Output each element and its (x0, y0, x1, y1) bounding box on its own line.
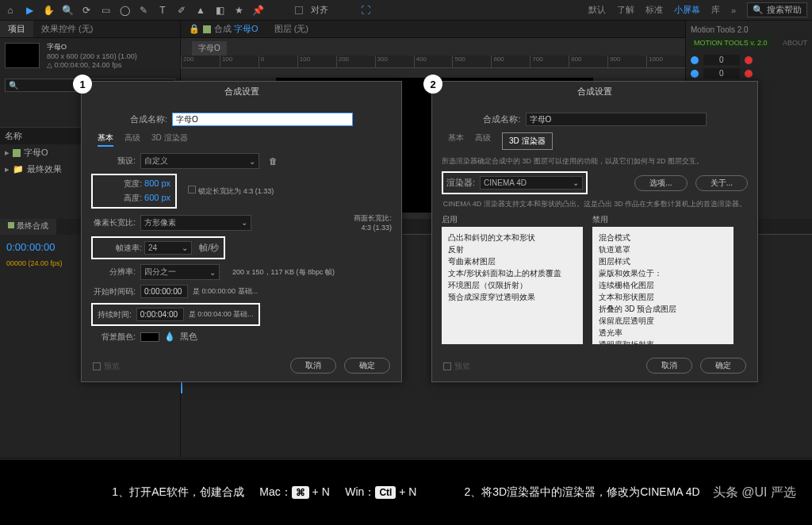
step-badge-1: 1 (73, 75, 92, 94)
tab-advanced[interactable]: 高级 (124, 132, 140, 147)
snap-checkbox[interactable] (295, 6, 303, 14)
eyedropper-icon[interactable]: 💧 (164, 331, 175, 342)
watermark: 头条 @UI 严选 (713, 485, 796, 501)
ctrl-key: Ctl (375, 486, 396, 499)
resolution-select[interactable]: 四分之一⌄ (140, 264, 220, 280)
preset-select[interactable]: 自定义⌄ (140, 153, 259, 169)
pixel-aspect-select[interactable]: 方形像素⌄ (140, 215, 251, 231)
ok-button-2[interactable]: 确定 (700, 358, 746, 374)
options-button[interactable]: 选项... (634, 175, 687, 191)
roto-tool-icon[interactable]: ★ (233, 5, 244, 16)
caption-bar: 1、打开AE软件，创建合成 Mac：⌘ + N Win：Ctl + N 2、将3… (0, 460, 812, 525)
workspace-learn[interactable]: 了解 (617, 4, 634, 16)
workspace-default[interactable]: 默认 (588, 4, 606, 16)
orbit-tool-icon[interactable]: ⟳ (81, 5, 92, 16)
preview-checkbox-1[interactable] (93, 362, 101, 370)
about-link[interactable]: ABOUT (783, 39, 807, 47)
pen-tool-icon[interactable]: ✎ (138, 5, 149, 16)
text-tool-icon[interactable]: T (157, 5, 168, 16)
bg-color-chip[interactable] (140, 332, 159, 342)
renderer-desc: 所选渲染器确定合成中的 3D 图层可以使用的功能，以及它们如何与 2D 图层交互… (442, 156, 748, 167)
tab-3d-renderer-2[interactable]: 3D 渲染器 (502, 132, 553, 150)
puppet-tool-icon[interactable]: 📌 (252, 5, 263, 16)
duration-highlight: 持续时间: 是 0:00:04:00 基础... (91, 303, 260, 326)
step-badge-2: 2 (423, 75, 442, 94)
framerate-highlight: 帧速率: 24⌄ 帧/秒 (91, 236, 225, 259)
dot-blue-icon[interactable] (691, 56, 699, 64)
c4d-desc: CINEMA 4D 渲染器支持文本和形状的凸出。这是凸出 3D 作品在大多数计算… (442, 199, 748, 209)
width-value[interactable]: 800 px (144, 178, 170, 188)
lock-aspect-checkbox[interactable] (188, 186, 196, 194)
snap-label: 对齐 (311, 4, 328, 16)
selection-tool-icon[interactable]: ▶ (24, 5, 35, 16)
comp-name-input-2[interactable] (526, 113, 707, 126)
tab-comp-viewer[interactable]: 合成 字母O (214, 23, 259, 35)
ellipse-tool-icon[interactable]: ◯ (119, 5, 130, 16)
cancel-button-2[interactable]: 取消 (646, 358, 692, 374)
lock-icon: 🔒 (189, 24, 200, 34)
workspace-more-icon[interactable]: » (731, 6, 736, 15)
renderer-select[interactable]: CINEMA 4D⌄ (480, 176, 583, 190)
horizontal-ruler: 20010001002003004005006007008009001000 (181, 56, 685, 68)
motion-tools-title: Motion Tools 2.0 (691, 25, 807, 34)
top-toolbar: ⌂ ▶ ✋ 🔍 ⟳ ▭ ◯ ✎ T ✐ ▲ ◧ ★ 📌 对齐 ⛶ 默认 了解 标… (0, 0, 812, 21)
hand-tool-icon[interactable]: ✋ (43, 5, 54, 16)
framerate-select[interactable]: 24⌄ (144, 241, 192, 255)
height-value[interactable]: 600 px (144, 193, 170, 202)
rect-tool-icon[interactable]: ▭ (100, 5, 111, 16)
tab-basic[interactable]: 基本 (98, 132, 113, 147)
comp-info: 字母O 800 x 600 (200 x 150) (1.00) △ 0:00:… (47, 43, 137, 71)
duration-input[interactable] (136, 308, 184, 321)
enabled-list: 凸出和斜切的文本和形状 反射 弯曲素材图层 文本/形状斜面和边上的材质覆盖 环境… (442, 227, 583, 344)
dot-red-icon[interactable] (745, 56, 753, 64)
comp-settings-dialog-2: 合成设置 合成名称: 基本 高级 3D 渲染器 所选渲染器确定合成中的 3D 图… (431, 81, 758, 382)
brush-tool-icon[interactable]: ✐ (176, 5, 187, 16)
workspace-library[interactable]: 库 (711, 4, 720, 16)
comp-name-input[interactable] (172, 113, 353, 126)
search-icon: 🔍 (753, 5, 764, 15)
dialog1-title: 合成设置 (82, 82, 401, 102)
tab-effect-controls[interactable]: 效果控件 (无) (33, 21, 101, 37)
timeline-tab[interactable]: 最终合成 (0, 219, 56, 235)
tab-basic-2[interactable]: 基本 (448, 132, 464, 150)
ok-button-1[interactable]: 确定 (344, 358, 390, 374)
disabled-list: 混合模式 轨道遮罩 图层样式 蒙版和效果位于： 连续栅格化图层 文本和形状图层 … (592, 227, 733, 344)
chevron-down-icon: ⌄ (249, 157, 255, 166)
home-icon[interactable]: ⌂ (5, 5, 16, 16)
expand-icon[interactable]: ⛶ (360, 5, 371, 16)
folder-icon: 📁 (13, 164, 24, 174)
comp-name-label: 合成名称: (130, 113, 167, 125)
tab-layer-viewer[interactable]: 图层 (无) (266, 21, 316, 37)
dot-blue2-icon[interactable] (691, 70, 699, 78)
tab-3d-renderer[interactable]: 3D 渲染器 (151, 132, 188, 147)
dimensions-highlight: 宽度: 800 px 高度: 600 px (91, 174, 177, 209)
eraser-tool-icon[interactable]: ◧ (214, 5, 225, 16)
dialog2-title: 合成设置 (432, 82, 757, 102)
tab-advanced-2[interactable]: 高级 (475, 132, 491, 150)
cancel-button-1[interactable]: 取消 (290, 358, 336, 374)
trash-icon[interactable]: 🗑 (269, 156, 278, 166)
motion-brand: MOTION TOOLS v. 2.0 (691, 37, 771, 48)
start-timecode-input[interactable] (140, 285, 188, 298)
stamp-tool-icon[interactable]: ▲ (195, 5, 206, 16)
comp-settings-dialog-1: 合成设置 合成名称: 基本 高级 3D 渲染器 预设: 自定义⌄ 🗑 宽度: 8… (81, 81, 402, 382)
search-help[interactable]: 🔍 搜索帮助 (747, 2, 807, 17)
workspace-standard[interactable]: 标准 (645, 4, 663, 16)
zoom-tool-icon[interactable]: 🔍 (62, 5, 73, 16)
preview-checkbox-2[interactable] (443, 362, 451, 370)
comp-thumbnail[interactable] (5, 43, 40, 68)
viewer-inner-tab[interactable]: 字母O (192, 41, 227, 56)
dot-red2-icon[interactable] (745, 70, 753, 78)
tab-project[interactable]: 项目 (0, 21, 33, 37)
workspace-small[interactable]: 小屏幕 (674, 4, 700, 16)
about-button[interactable]: 关于... (695, 175, 748, 191)
cmd-key-icon: ⌘ (292, 486, 309, 499)
renderer-highlight: 渲染器: CINEMA 4D⌄ (442, 171, 588, 194)
search-placeholder: 搜索帮助 (767, 4, 802, 16)
